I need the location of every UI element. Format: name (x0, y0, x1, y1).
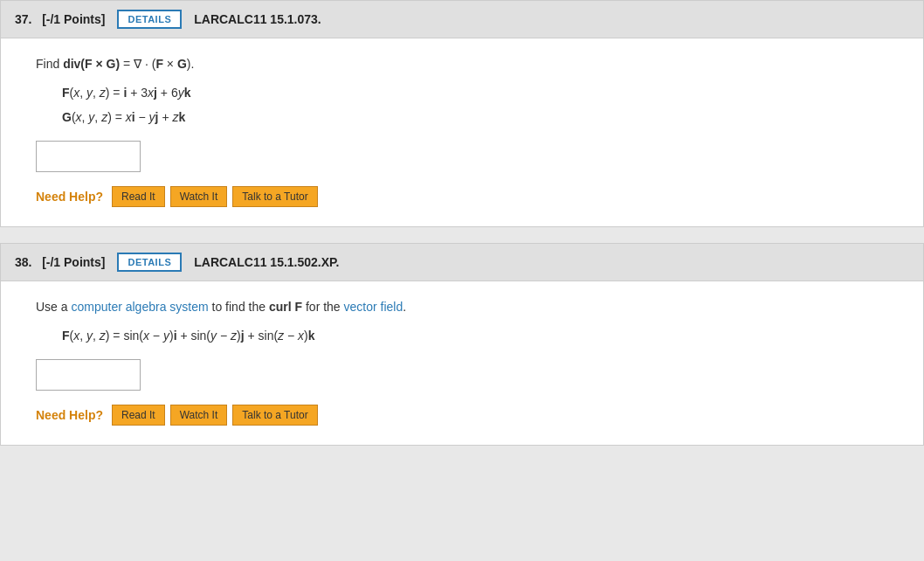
read-it-button-38[interactable]: Read It (112, 405, 165, 426)
problem-code-38: LARCALC11 15.1.502.XP. (194, 255, 339, 269)
problem-statement-37: Find div(F × G) = ∇ · (F × G). (36, 54, 899, 73)
math-line-37-2: G(x, y, z) = xi − yj + zk (62, 107, 899, 128)
problem-number-38: 38. [-/1 Points] (15, 255, 105, 269)
problem-header-38: 38. [-/1 Points] DETAILS LARCALC11 15.1.… (1, 244, 923, 281)
answer-input-37[interactable] (36, 141, 141, 172)
math-line-37-1: F(x, y, z) = i + 3xj + 6yk (62, 82, 899, 104)
problem-statement-38: Use a computer algebra system to find th… (36, 297, 899, 316)
talk-to-tutor-button-38[interactable]: Talk to a Tutor (232, 405, 317, 426)
problem-number-37: 37. [-/1 Points] (15, 12, 105, 26)
watch-it-button-37[interactable]: Watch It (170, 186, 228, 207)
cas-link[interactable]: computer algebra system (71, 300, 208, 314)
need-help-label-38: Need Help? (36, 408, 103, 422)
need-help-row-37: Need Help? Read It Watch It Talk to a Tu… (36, 186, 899, 207)
problem-37: 37. [-/1 Points] DETAILS LARCALC11 15.1.… (0, 0, 924, 227)
details-button-38[interactable]: DETAILS (117, 253, 182, 272)
math-line-38-1: F(x, y, z) = sin(x − y)i + sin(y − z)j +… (62, 325, 899, 347)
problem-body-37: Find div(F × G) = ∇ · (F × G). F(x, y, z… (1, 38, 923, 226)
details-button-37[interactable]: DETAILS (117, 10, 182, 29)
watch-it-button-38[interactable]: Watch It (170, 405, 228, 426)
talk-to-tutor-button-37[interactable]: Talk to a Tutor (232, 186, 317, 207)
math-block-38: F(x, y, z) = sin(x − y)i + sin(y − z)j +… (62, 325, 899, 347)
need-help-label-37: Need Help? (36, 190, 103, 204)
problem-code-37: LARCALC11 15.1.073. (194, 12, 321, 26)
need-help-row-38: Need Help? Read It Watch It Talk to a Tu… (36, 405, 899, 426)
statement-text-37: div(F × G) (63, 57, 120, 71)
problem-header-37: 37. [-/1 Points] DETAILS LARCALC11 15.1.… (1, 1, 923, 38)
answer-input-38[interactable] (36, 359, 141, 391)
problem-38: 38. [-/1 Points] DETAILS LARCALC11 15.1.… (0, 243, 924, 447)
math-block-37: F(x, y, z) = i + 3xj + 6yk G(x, y, z) = … (62, 82, 899, 128)
problem-body-38: Use a computer algebra system to find th… (1, 281, 923, 446)
read-it-button-37[interactable]: Read It (112, 186, 165, 207)
